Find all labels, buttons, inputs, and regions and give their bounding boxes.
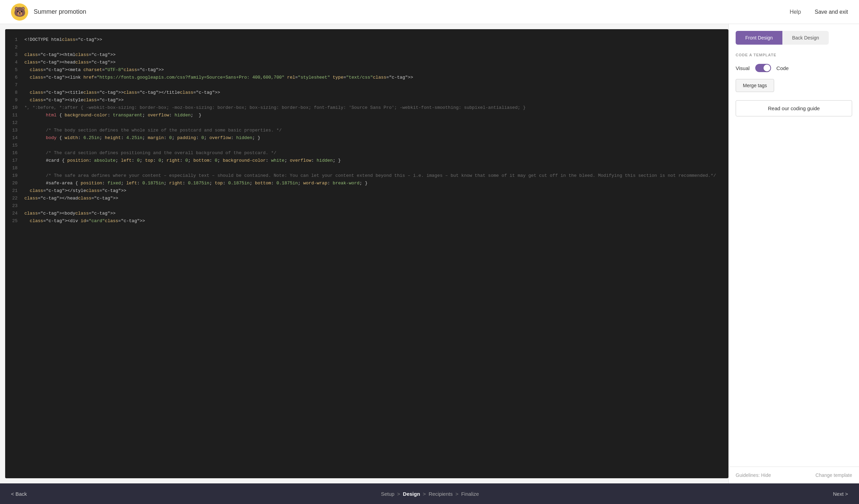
line-number: 11 — [11, 112, 18, 119]
code-line — [24, 142, 722, 149]
code-line: class="c-tag"><bodyclass="c-tag">> — [24, 210, 722, 217]
line-number: 22 — [11, 195, 18, 202]
step-finalize: Finalize — [461, 491, 479, 497]
project-title: Summer promotion — [34, 8, 86, 15]
line-number: 25 — [11, 217, 18, 225]
code-line: #card { position: absolute; left: 0; top… — [24, 157, 722, 164]
section-label: CODE A TEMPLATE — [736, 53, 852, 57]
line-number: 3 — [11, 51, 18, 59]
visual-code-toggle[interactable] — [755, 64, 771, 72]
line-number: 10 — [11, 104, 18, 112]
line-number: 8 — [11, 89, 18, 96]
code-line — [24, 164, 722, 172]
code-line — [24, 81, 722, 89]
line-number: 19 — [11, 172, 18, 180]
code-line: class="c-tag"><meta charset="UTF-8"class… — [24, 66, 722, 74]
code-line: class="c-tag"><titleclass="c-tag">>class… — [24, 89, 722, 96]
code-line: class="c-tag"></headclass="c-tag">> — [24, 195, 722, 202]
code-line: /* The safe area defines where your cont… — [24, 172, 722, 180]
line-number: 23 — [11, 202, 18, 210]
line-number: 18 — [11, 164, 18, 172]
line-number: 15 — [11, 142, 18, 149]
code-line: class="c-tag"><link href="https://fonts.… — [24, 74, 722, 81]
code-content[interactable]: <!DOCTYPE htmlclass="c-tag">> class="c-t… — [22, 29, 728, 478]
save-exit-button[interactable]: Save and exit — [815, 9, 848, 15]
line-number: 9 — [11, 96, 18, 104]
editor-inner[interactable]: 1234567891011121314151617181920212223242… — [5, 29, 728, 478]
code-line: class="c-tag"><htmlclass="c-tag">> — [24, 51, 722, 59]
line-number: 17 — [11, 157, 18, 164]
code-line: class="c-tag"></styleclass="c-tag">> — [24, 187, 722, 195]
merge-tags-button[interactable]: Merge tags — [736, 79, 774, 92]
toggle-knob — [763, 65, 770, 71]
line-number: 24 — [11, 210, 18, 217]
code-line: #safe-area { position: fixed; left: 0.18… — [24, 180, 722, 187]
main-content: 1234567891011121314151617181920212223242… — [0, 24, 859, 483]
line-number: 6 — [11, 74, 18, 81]
design-tabs: Front Design Back Design — [729, 24, 859, 45]
bottom-nav: < Back Setup > Design > Recipients > Fin… — [0, 483, 859, 504]
next-button[interactable]: Next > — [833, 491, 848, 497]
breadcrumb-steps: Setup > Design > Recipients > Finalize — [381, 491, 479, 497]
help-link[interactable]: Help — [790, 9, 801, 15]
code-editor[interactable]: 1234567891011121314151617181920212223242… — [5, 29, 728, 478]
code-line: class="c-tag"><div id="card"class="c-tag… — [24, 217, 722, 225]
panel-code-section: CODE A TEMPLATE Visual Code Merge tags R… — [729, 45, 859, 123]
panel-bottom: Guidelines: Hide Change template — [729, 467, 859, 483]
line-numbers: 1234567891011121314151617181920212223242… — [5, 29, 22, 478]
code-line — [24, 119, 722, 127]
visual-code-toggle-row: Visual Code — [736, 64, 852, 72]
line-number: 4 — [11, 59, 18, 66]
step-recipients: Recipients — [428, 491, 453, 497]
change-template-link[interactable]: Change template — [815, 472, 852, 478]
line-number: 1 — [11, 36, 18, 44]
tab-back-design[interactable]: Back Design — [782, 31, 829, 45]
code-line: <!DOCTYPE htmlclass="c-tag">> — [24, 36, 722, 44]
line-number: 16 — [11, 149, 18, 157]
code-line: /* The body section defines the whole si… — [24, 127, 722, 134]
line-number: 12 — [11, 119, 18, 127]
toggle-visual-label: Visual — [736, 65, 750, 71]
line-number: 20 — [11, 180, 18, 187]
code-line: /* The card section defines positioning … — [24, 149, 722, 157]
line-number: 5 — [11, 66, 18, 74]
code-line: *, *:before, *:after { -webkit-box-sizin… — [24, 104, 722, 112]
back-button[interactable]: < Back — [11, 491, 27, 497]
coding-guide-button[interactable]: Read our coding guide — [736, 100, 852, 116]
code-line: class="c-tag"><headclass="c-tag">> — [24, 59, 722, 66]
code-line — [24, 202, 722, 210]
header-right: Help Save and exit — [790, 9, 848, 15]
line-number: 2 — [11, 44, 18, 51]
code-line: html { background-color: transparent; ov… — [24, 112, 722, 119]
step-design: Design — [403, 491, 420, 497]
chevron-icon-3: > — [455, 491, 458, 497]
code-line: class="c-tag"><styleclass="c-tag">> — [24, 96, 722, 104]
line-number: 14 — [11, 134, 18, 142]
tab-front-design[interactable]: Front Design — [736, 31, 782, 45]
code-line — [24, 44, 722, 51]
guidelines-link[interactable]: Guidelines: Hide — [736, 472, 771, 478]
line-number: 21 — [11, 187, 18, 195]
step-setup: Setup — [381, 491, 394, 497]
chevron-icon-2: > — [423, 491, 426, 497]
line-number: 7 — [11, 81, 18, 89]
bear-emoji: 🐻 — [14, 6, 26, 18]
code-line: body { width: 6.25in; height: 4.25in; ma… — [24, 134, 722, 142]
panel-spacer — [729, 123, 859, 467]
line-number: 13 — [11, 127, 18, 134]
app-header: 🐻 Summer promotion Help Save and exit — [0, 0, 859, 24]
chevron-icon-1: > — [397, 491, 400, 497]
header-left: 🐻 Summer promotion — [11, 3, 86, 21]
toggle-code-label: Code — [777, 65, 789, 71]
logo-bear-icon: 🐻 — [11, 3, 28, 21]
right-panel: Front Design Back Design CODE A TEMPLATE… — [728, 24, 859, 483]
